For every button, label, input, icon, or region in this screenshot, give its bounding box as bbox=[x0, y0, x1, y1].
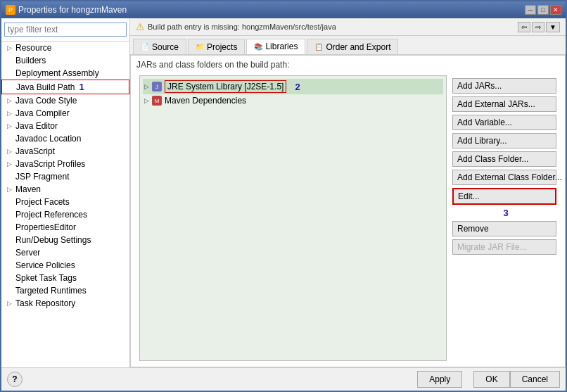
tree-item-task-repository[interactable]: ▷Task Repository bbox=[1, 297, 129, 310]
nav-forward-button[interactable]: ⇨ bbox=[532, 22, 544, 32]
tree-item-label: Spket Task Tags bbox=[15, 273, 77, 283]
tree-item-label: JavaScript bbox=[15, 146, 55, 156]
label-num-3: 3 bbox=[455, 208, 556, 218]
tree-item-targeted-runtimes[interactable]: Targeted Runtimes bbox=[1, 284, 129, 297]
tree-item-label: Java Editor bbox=[15, 121, 58, 131]
tree-arrow: ▷ bbox=[7, 110, 14, 117]
tree-item-label: Java Compiler bbox=[15, 108, 70, 118]
tab-projects[interactable]: 📁Projects bbox=[188, 39, 245, 54]
left-panel: ▷ResourceBuildersDeployment AssemblyJava… bbox=[1, 18, 130, 367]
tree-item-label: Builders bbox=[15, 56, 46, 65]
add-variable-button[interactable]: Add Variable... bbox=[452, 115, 556, 130]
filter-box bbox=[1, 18, 129, 42]
tree-item-propertieseditor[interactable]: PropertiesEditor bbox=[1, 221, 129, 234]
tree-item-label: Javadoc Location bbox=[15, 134, 81, 144]
nav-back-button[interactable]: ⇦ bbox=[518, 22, 530, 32]
tab-icon: 📚 bbox=[254, 43, 262, 51]
tab-source[interactable]: 📄Source bbox=[133, 39, 186, 54]
tree-item-label: Task Repository bbox=[15, 298, 75, 308]
tree-item-javadoc-location[interactable]: Javadoc Location bbox=[1, 132, 129, 145]
tree-item-maven[interactable]: ▷Maven bbox=[1, 183, 129, 196]
tree-item-javascript-profiles[interactable]: ▷JavaScript Profiles bbox=[1, 158, 129, 170]
nav-down-button[interactable]: ▼ bbox=[546, 22, 560, 32]
title-bar-icon: P bbox=[6, 5, 15, 15]
tree-item-label: Project Facets bbox=[15, 197, 70, 207]
tree-item-java-compiler[interactable]: ▷Java Compiler bbox=[1, 107, 129, 120]
minimize-button[interactable]: ─ bbox=[525, 5, 536, 15]
tab-icon: 📁 bbox=[196, 43, 204, 51]
apply-area: Apply bbox=[23, 371, 462, 388]
nav-arrows: ⇦ ⇨ ▼ bbox=[518, 22, 560, 32]
tree-item-java-editor[interactable]: ▷Java Editor bbox=[1, 120, 129, 132]
tree-arrow: ▷ bbox=[7, 44, 14, 51]
label-num-1: 1 bbox=[79, 82, 84, 92]
tree-item-label: PropertiesEditor bbox=[15, 222, 76, 232]
apply-button[interactable]: Apply bbox=[417, 371, 462, 388]
tab-icon: 📄 bbox=[141, 43, 149, 51]
title-bar-left: P Properties for hongzmMaven bbox=[6, 5, 127, 15]
add-class-folder-button[interactable]: Add Class Folder... bbox=[452, 151, 556, 167]
libraries-tree: ▷ J JRE System Library [J2SE-1.5] 2 ▷ M … bbox=[139, 75, 447, 361]
tree-item-java-code-style[interactable]: ▷Java Code Style bbox=[1, 94, 129, 107]
tab-label: Projects bbox=[207, 42, 237, 52]
tree-arrow: ▷ bbox=[7, 122, 14, 129]
label-num-2: 2 bbox=[295, 82, 300, 92]
tree-item-java-build-path[interactable]: Java Build Path1 bbox=[1, 80, 129, 94]
tab-order-and-export[interactable]: 📋Order and Export bbox=[307, 39, 398, 54]
right-panel: ⚠ Build path entry is missing: hongzmMav… bbox=[130, 18, 566, 367]
library-item-1[interactable]: ▷ M Maven Dependencies bbox=[143, 94, 443, 107]
jre-icon: J bbox=[152, 82, 162, 91]
tree-item-label: Service Policies bbox=[15, 260, 75, 270]
add-library-button[interactable]: Add Library... bbox=[452, 133, 556, 148]
tree-item-builders[interactable]: Builders bbox=[1, 54, 129, 67]
add-ext-class-folder-button[interactable]: Add External Class Folder... bbox=[452, 170, 556, 185]
tree-item-label: Project References bbox=[15, 210, 87, 220]
title-bar-controls: ─ □ ✕ bbox=[525, 5, 561, 15]
edit-button[interactable]: Edit... bbox=[452, 188, 556, 205]
tree-item-deployment-assembly[interactable]: Deployment Assembly bbox=[1, 67, 129, 80]
title-bar: P Properties for hongzmMaven ─ □ ✕ bbox=[1, 1, 566, 18]
help-button[interactable]: ? bbox=[7, 372, 23, 387]
tree-item-label: Targeted Runtimes bbox=[15, 286, 87, 296]
tree-arrow: ▷ bbox=[7, 148, 14, 155]
tree-item-label: Server bbox=[15, 248, 40, 258]
add-jars-button[interactable]: Add JARs... bbox=[452, 78, 556, 94]
main-area: JARs and class folders on the build path… bbox=[130, 55, 566, 367]
tree-item-label: Deployment Assembly bbox=[15, 68, 99, 78]
cancel-button[interactable]: Cancel bbox=[510, 371, 560, 388]
tree-item-server[interactable]: Server bbox=[1, 246, 129, 259]
tree-item-service-policies[interactable]: Service Policies bbox=[1, 259, 129, 272]
tree-item-project-references[interactable]: Project References bbox=[1, 208, 129, 221]
close-button[interactable]: ✕ bbox=[550, 5, 561, 15]
tree-item-project-facets[interactable]: Project Facets bbox=[1, 196, 129, 208]
main-dialog: P Properties for hongzmMaven ─ □ ✕ ▷Reso… bbox=[0, 0, 567, 392]
maximize-button[interactable]: □ bbox=[537, 5, 549, 15]
tree-item-label: Run/Debug Settings bbox=[15, 235, 91, 245]
migrate-jar-button: Migrate JAR File... bbox=[452, 239, 556, 255]
warning-icon: ⚠ bbox=[136, 21, 145, 32]
filter-input[interactable] bbox=[4, 23, 127, 37]
tree-arrow: ▷ bbox=[7, 97, 14, 104]
lib-arrow: ▷ bbox=[144, 97, 149, 104]
remove-button[interactable]: Remove bbox=[452, 221, 556, 236]
tree-arrow: ▷ bbox=[7, 186, 14, 193]
tree-item-label: Java Code Style bbox=[15, 96, 77, 106]
tree-item-run/debug-settings[interactable]: Run/Debug Settings bbox=[1, 234, 129, 246]
inner-main: ▷ J JRE System Library [J2SE-1.5] 2 ▷ M … bbox=[131, 72, 565, 367]
tree-item-javascript[interactable]: ▷JavaScript bbox=[1, 145, 129, 158]
ok-button[interactable]: OK bbox=[473, 371, 509, 388]
tree-item-label: Resource bbox=[15, 43, 51, 53]
tab-label: Source bbox=[152, 42, 179, 52]
library-item-0[interactable]: ▷ J JRE System Library [J2SE-1.5] 2 bbox=[143, 79, 443, 94]
tree-item-jsp-fragment[interactable]: JSP Fragment bbox=[1, 170, 129, 183]
tree-item-label: JSP Fragment bbox=[15, 172, 69, 182]
tree-item-resource[interactable]: ▷Resource bbox=[1, 42, 129, 54]
tree-arrow: ▷ bbox=[7, 160, 14, 167]
tree-item-label: Java Build Path bbox=[16, 82, 75, 92]
tab-libraries[interactable]: 📚Libraries bbox=[246, 39, 305, 54]
tree-item-label: Maven bbox=[15, 184, 41, 194]
jars-label: JARs and class folders on the build path… bbox=[131, 56, 565, 72]
tree-item-spket-task-tags[interactable]: Spket Task Tags bbox=[1, 272, 129, 284]
add-ext-jars-button[interactable]: Add External JARs... bbox=[452, 96, 556, 112]
buttons-panel: Add JARs...Add External JARs...Add Varia… bbox=[450, 75, 562, 364]
